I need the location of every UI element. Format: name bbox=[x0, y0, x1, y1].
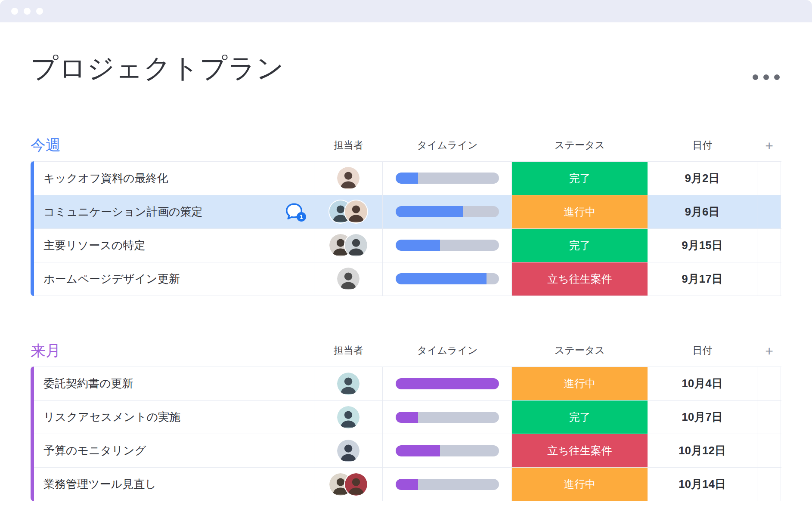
task-name-cell[interactable]: 主要リソースの特定 bbox=[31, 229, 314, 262]
add-column-button[interactable]: + bbox=[757, 344, 781, 359]
timeline-bar[interactable] bbox=[396, 479, 499, 490]
table-row[interactable]: 業務管理ツール見直し進行中10月14日 bbox=[31, 468, 781, 501]
date-cell[interactable]: 9月15日 bbox=[648, 229, 757, 262]
status-badge[interactable]: 完了 bbox=[512, 229, 648, 262]
page-title: プロジェクトプラン bbox=[31, 51, 284, 86]
timeline-bar[interactable] bbox=[396, 445, 499, 456]
row-add-cell[interactable] bbox=[757, 229, 781, 262]
date-cell[interactable]: 10月4日 bbox=[648, 367, 757, 400]
group-title[interactable]: 今週 bbox=[31, 136, 61, 153]
table-row[interactable]: 委託契約書の更新進行中10月4日 bbox=[31, 367, 781, 401]
column-header-timeline[interactable]: タイムライン bbox=[383, 344, 512, 359]
assignee-avatars[interactable] bbox=[329, 473, 367, 496]
status-badge[interactable]: 進行中 bbox=[512, 367, 648, 400]
assignee-avatars[interactable] bbox=[337, 440, 360, 462]
timeline-cell[interactable] bbox=[383, 401, 512, 434]
table-row[interactable]: キックオフ資料の最終化完了9月2日 bbox=[31, 162, 781, 195]
group-section: 今週担当者タイムラインステータス日付+キックオフ資料の最終化完了9月2日コミュニ… bbox=[31, 137, 781, 296]
window-control-dot[interactable] bbox=[24, 8, 31, 15]
timeline-cell[interactable] bbox=[383, 468, 512, 501]
table-row[interactable]: コミュニケーション計画の策定1進行中9月6日 bbox=[31, 195, 781, 229]
task-name: 業務管理ツール見直し bbox=[43, 477, 156, 492]
timeline-bar[interactable] bbox=[396, 173, 499, 184]
assignee-avatars[interactable] bbox=[337, 406, 360, 428]
assignee-avatars[interactable] bbox=[337, 167, 360, 189]
owner-cell[interactable] bbox=[314, 367, 383, 400]
owner-cell[interactable] bbox=[314, 468, 383, 501]
task-name: 主要リソースの特定 bbox=[43, 238, 145, 253]
task-name-cell[interactable]: コミュニケーション計画の策定1 bbox=[31, 195, 314, 228]
date-cell[interactable]: 10月14日 bbox=[648, 468, 757, 501]
column-header-owner[interactable]: 担当者 bbox=[314, 344, 383, 359]
table-row[interactable]: ホームページデザイン更新立ち往生案件9月17日 bbox=[31, 262, 781, 296]
table-row[interactable]: 予算のモニタリング立ち往生案件10月12日 bbox=[31, 434, 781, 468]
timeline-bar[interactable] bbox=[396, 273, 499, 284]
assignee-avatars[interactable] bbox=[337, 268, 360, 290]
column-header-owner[interactable]: 担当者 bbox=[314, 139, 383, 154]
task-name: リスクアセスメントの実施 bbox=[43, 410, 180, 425]
timeline-bar[interactable] bbox=[396, 378, 499, 389]
column-header-date[interactable]: 日付 bbox=[648, 139, 757, 154]
date-cell[interactable]: 10月12日 bbox=[648, 434, 757, 467]
row-add-cell[interactable] bbox=[757, 367, 781, 400]
avatar bbox=[345, 234, 367, 256]
timeline-cell[interactable] bbox=[383, 229, 512, 262]
timeline-cell[interactable] bbox=[383, 195, 512, 228]
window-control-dot[interactable] bbox=[36, 8, 43, 15]
more-options-button[interactable] bbox=[748, 70, 781, 86]
group-title[interactable]: 来月 bbox=[31, 342, 61, 359]
task-name: 委託契約書の更新 bbox=[43, 376, 133, 391]
date-cell[interactable]: 10月7日 bbox=[648, 401, 757, 434]
owner-cell[interactable] bbox=[314, 162, 383, 195]
group-color-strip bbox=[31, 161, 34, 296]
status-badge[interactable]: 立ち往生案件 bbox=[512, 262, 648, 296]
window-control-dot[interactable] bbox=[11, 8, 18, 15]
status-badge[interactable]: 進行中 bbox=[512, 195, 648, 228]
date-cell[interactable]: 9月2日 bbox=[648, 162, 757, 195]
timeline-bar[interactable] bbox=[396, 412, 499, 423]
table-row[interactable]: 主要リソースの特定完了9月15日 bbox=[31, 229, 781, 262]
timeline-cell[interactable] bbox=[383, 262, 512, 296]
date-cell[interactable]: 9月17日 bbox=[648, 262, 757, 296]
task-name-cell[interactable]: 業務管理ツール見直し bbox=[31, 468, 314, 501]
row-add-cell[interactable] bbox=[757, 195, 781, 228]
owner-cell[interactable] bbox=[314, 262, 383, 296]
ellipsis-icon bbox=[774, 74, 780, 80]
timeline-cell[interactable] bbox=[383, 367, 512, 400]
timeline-cell[interactable] bbox=[383, 162, 512, 195]
owner-cell[interactable] bbox=[314, 195, 383, 228]
row-add-cell[interactable] bbox=[757, 401, 781, 434]
status-badge[interactable]: 完了 bbox=[512, 401, 648, 434]
column-header-timeline[interactable]: タイムライン bbox=[383, 139, 512, 154]
assignee-avatars[interactable] bbox=[329, 234, 367, 256]
row-add-cell[interactable] bbox=[757, 468, 781, 501]
timeline-bar[interactable] bbox=[396, 206, 499, 217]
date-cell[interactable]: 9月6日 bbox=[648, 195, 757, 228]
assignee-avatars[interactable] bbox=[337, 373, 360, 395]
status-badge[interactable]: 進行中 bbox=[512, 468, 648, 501]
task-name-cell[interactable]: 委託契約書の更新 bbox=[31, 367, 314, 400]
row-add-cell[interactable] bbox=[757, 162, 781, 195]
status-badge[interactable]: 立ち往生案件 bbox=[512, 434, 648, 467]
owner-cell[interactable] bbox=[314, 229, 383, 262]
owner-cell[interactable] bbox=[314, 401, 383, 434]
column-header-status[interactable]: ステータス bbox=[512, 139, 648, 154]
column-header-status[interactable]: ステータス bbox=[512, 344, 648, 359]
add-column-button[interactable]: + bbox=[757, 139, 781, 154]
task-name-cell[interactable]: 予算のモニタリング bbox=[31, 434, 314, 467]
task-name-cell[interactable]: ホームページデザイン更新 bbox=[31, 262, 314, 296]
row-add-cell[interactable] bbox=[757, 262, 781, 296]
assignee-avatars[interactable] bbox=[329, 200, 367, 223]
task-name-cell[interactable]: リスクアセスメントの実施 bbox=[31, 401, 314, 434]
task-name-cell[interactable]: キックオフ資料の最終化 bbox=[31, 162, 314, 195]
timeline-bar[interactable] bbox=[396, 240, 499, 251]
timeline-cell[interactable] bbox=[383, 434, 512, 467]
column-header-date[interactable]: 日付 bbox=[648, 344, 757, 359]
avatar bbox=[337, 440, 360, 462]
chat-bubble-icon[interactable]: 1 bbox=[283, 201, 304, 222]
owner-cell[interactable] bbox=[314, 434, 383, 467]
timeline-progress-fill bbox=[396, 378, 499, 389]
table-row[interactable]: リスクアセスメントの実施完了10月7日 bbox=[31, 401, 781, 434]
row-add-cell[interactable] bbox=[757, 434, 781, 467]
status-badge[interactable]: 完了 bbox=[512, 162, 648, 195]
